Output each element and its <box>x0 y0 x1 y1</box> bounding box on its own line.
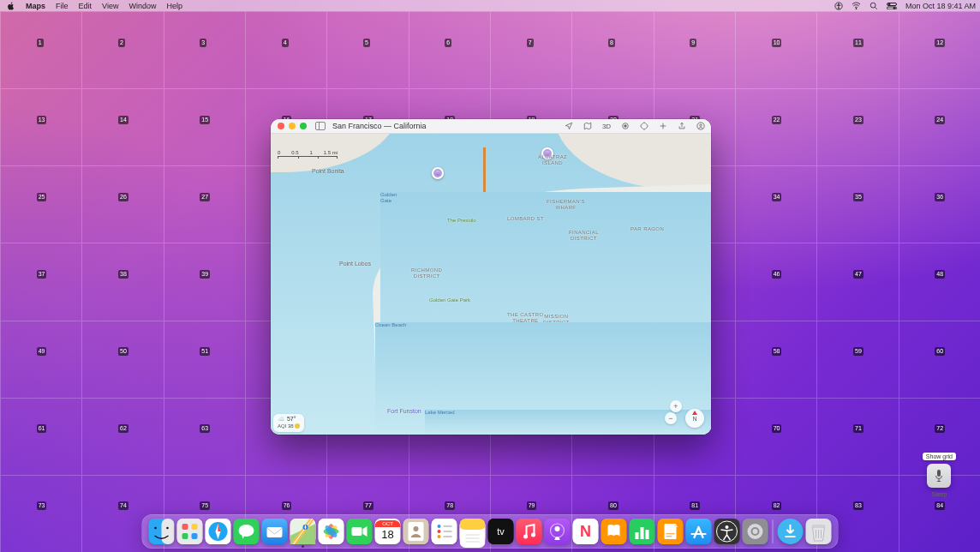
map-label: FINANCIAL DISTRICT <box>569 230 599 241</box>
svg-point-83 <box>753 529 758 534</box>
titlebar[interactable]: San Francisco — California 3D <box>271 119 711 134</box>
svg-point-45 <box>414 526 419 531</box>
svg-point-1 <box>838 3 839 4</box>
dock-sysprefs[interactable] <box>743 519 768 544</box>
map-label: Point Bonita <box>312 168 344 175</box>
dock-notes[interactable] <box>460 519 486 544</box>
control-center-icon[interactable] <box>882 0 901 11</box>
dock-pages[interactable] <box>658 519 684 544</box>
map-mode-icon[interactable] <box>583 121 593 131</box>
dock-news[interactable]: N <box>573 519 599 544</box>
dock-reminders[interactable] <box>432 519 457 544</box>
svg-rect-77 <box>686 519 712 544</box>
svg-rect-71 <box>641 527 644 539</box>
minimize-button[interactable] <box>289 123 296 129</box>
svg-point-62 <box>531 533 535 537</box>
dock-numbers[interactable] <box>630 519 655 544</box>
window-title: San Francisco — California <box>332 122 427 130</box>
dock-accvoice[interactable] <box>714 519 740 544</box>
location-icon[interactable] <box>564 121 574 131</box>
dock-separator <box>773 519 774 543</box>
dock-finder[interactable] <box>149 519 175 544</box>
window-menu[interactable]: Window <box>123 0 161 11</box>
scalebar-tick-label: 1 <box>309 150 312 155</box>
svg-point-3 <box>870 3 875 8</box>
dock-podcasts[interactable] <box>545 519 571 544</box>
svg-point-7 <box>893 8 895 9</box>
directions-icon[interactable] <box>639 121 649 131</box>
svg-rect-13 <box>937 470 941 477</box>
dock-safari[interactable] <box>206 519 231 544</box>
svg-rect-54 <box>460 522 486 530</box>
voice-control-mic-button[interactable] <box>927 464 951 488</box>
svg-rect-70 <box>636 532 639 539</box>
svg-point-80 <box>726 525 729 529</box>
dock-launchpad[interactable] <box>177 519 203 544</box>
close-button[interactable] <box>278 123 284 129</box>
dock-calendar[interactable]: OCT18 <box>375 519 401 544</box>
dock-contacts[interactable] <box>403 519 429 544</box>
weather-chip[interactable]: ☁️ 57° AQI 38 <box>273 414 304 432</box>
svg-point-17 <box>166 527 169 530</box>
svg-rect-60 <box>517 519 542 544</box>
dock-tv[interactable]: tv <box>488 519 514 544</box>
svg-text:tv: tv <box>497 526 505 537</box>
wifi-status-icon[interactable] <box>847 0 865 11</box>
dock-messages[interactable] <box>234 519 260 544</box>
svg-rect-41 <box>352 527 362 536</box>
zoom-in-button[interactable]: + <box>670 400 682 412</box>
mode-3d-button[interactable]: 3D <box>601 121 612 131</box>
scalebar-tick-label: 1.5 mi <box>324 150 338 155</box>
svg-point-64 <box>555 526 560 531</box>
svg-rect-85 <box>812 525 826 527</box>
map-label: The Presidio <box>447 218 476 224</box>
dock-appstore[interactable] <box>686 519 712 544</box>
map-label: Fort Funston <box>387 408 421 415</box>
map-label: PAR RAGON <box>630 226 664 232</box>
svg-rect-15 <box>162 519 175 544</box>
svg-point-5 <box>888 3 890 5</box>
account-icon[interactable] <box>696 121 706 131</box>
scalebar: 0 0.5 1 1.5 mi <box>278 150 338 159</box>
temperature: 57° <box>287 416 296 422</box>
dock-photos[interactable] <box>319 519 344 544</box>
apple-menu[interactable] <box>0 0 21 11</box>
scalebar-tick-label: 0.5 <box>291 150 298 155</box>
svg-text:N: N <box>580 523 591 540</box>
clock[interactable]: Mon Oct 18 9:41 AM <box>901 0 980 11</box>
add-icon[interactable] <box>658 121 668 131</box>
dock-downloads[interactable] <box>778 519 804 544</box>
map-canvas[interactable]: 101 101 280 80 1 35 San Francisco Point … <box>271 134 711 435</box>
svg-rect-75 <box>666 533 675 534</box>
svg-rect-19 <box>182 524 188 530</box>
sidebar-toggle-icon[interactable] <box>315 122 326 130</box>
svg-point-9 <box>624 125 627 128</box>
voice-control-bubble: Show grid <box>923 453 956 460</box>
compass[interactable]: N <box>685 409 704 428</box>
dock-maps[interactable] <box>290 519 316 544</box>
svg-point-12 <box>700 124 702 127</box>
help-menu[interactable]: Help <box>161 0 188 11</box>
dock-facetime[interactable] <box>347 519 373 544</box>
edit-menu[interactable]: Edit <box>74 0 98 11</box>
app-name-menu[interactable]: Maps <box>21 0 51 11</box>
dock: OCT18tvN <box>142 514 839 549</box>
look-around-icon[interactable] <box>620 121 630 131</box>
map-label: Golden Gate Park <box>429 297 470 303</box>
zoom-out-button[interactable]: − <box>665 412 677 424</box>
view-menu[interactable]: View <box>97 0 123 11</box>
dock-mail[interactable] <box>262 519 288 544</box>
file-menu[interactable]: File <box>51 0 74 11</box>
svg-rect-22 <box>192 533 198 539</box>
menubar: Maps File Edit View Window Help Mon Oct … <box>0 0 980 11</box>
dock-trash[interactable] <box>806 519 832 544</box>
zoom-button[interactable] <box>300 123 307 129</box>
share-icon[interactable] <box>677 121 687 131</box>
spotlight-icon[interactable] <box>865 0 882 11</box>
svg-rect-72 <box>646 530 649 539</box>
accessibility-status-icon[interactable] <box>830 0 847 11</box>
dock-music[interactable] <box>517 519 542 544</box>
dock-books[interactable] <box>601 519 627 544</box>
map-label: LOMBARD ST <box>507 216 544 222</box>
findmy-pin[interactable] <box>432 167 444 179</box>
